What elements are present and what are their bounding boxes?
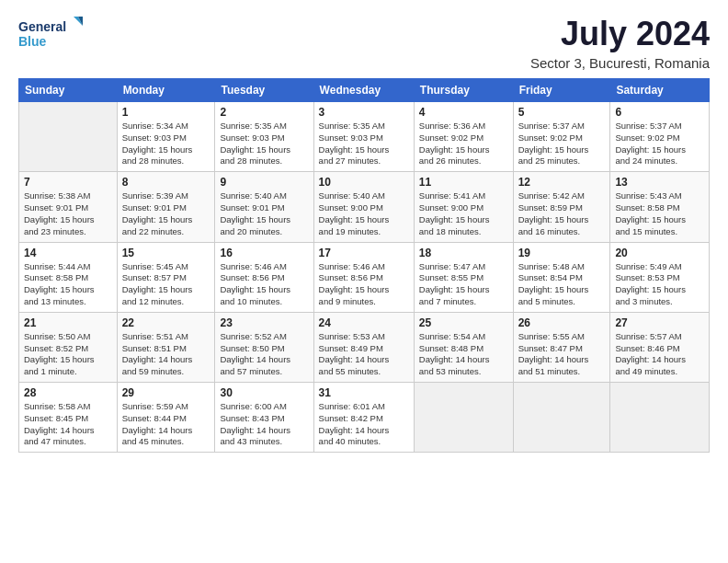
table-row: 11Sunrise: 5:41 AM Sunset: 9:00 PM Dayli… xyxy=(414,172,513,242)
table-row: 22Sunrise: 5:51 AM Sunset: 8:51 PM Dayli… xyxy=(117,312,215,382)
day-number: 12 xyxy=(518,176,606,189)
day-number: 5 xyxy=(518,106,606,119)
day-number: 4 xyxy=(419,106,508,119)
table-row: 19Sunrise: 5:48 AM Sunset: 8:54 PM Dayli… xyxy=(513,242,610,312)
day-info: Sunrise: 5:41 AM Sunset: 9:00 PM Dayligh… xyxy=(419,190,508,237)
table-row xyxy=(513,383,610,453)
day-info: Sunrise: 5:51 AM Sunset: 8:51 PM Dayligh… xyxy=(122,331,210,378)
logo-svg: General Blue xyxy=(18,15,85,55)
col-friday: Friday xyxy=(513,79,610,102)
day-number: 21 xyxy=(24,316,112,329)
day-number: 11 xyxy=(419,176,508,189)
calendar-header-row: Sunday Monday Tuesday Wednesday Thursday… xyxy=(19,79,710,102)
col-sunday: Sunday xyxy=(19,79,118,102)
month-title: July 2024 xyxy=(530,15,710,53)
day-info: Sunrise: 5:37 AM Sunset: 9:02 PM Dayligh… xyxy=(615,121,704,167)
table-row: 16Sunrise: 5:46 AM Sunset: 8:56 PM Dayli… xyxy=(215,242,313,312)
day-number: 18 xyxy=(419,247,508,259)
svg-text:Blue: Blue xyxy=(18,34,47,49)
table-row: 8Sunrise: 5:39 AM Sunset: 9:01 PM Daylig… xyxy=(117,172,215,242)
table-row: 17Sunrise: 5:46 AM Sunset: 8:56 PM Dayli… xyxy=(313,242,414,312)
day-info: Sunrise: 5:53 AM Sunset: 8:49 PM Dayligh… xyxy=(319,331,409,378)
table-row: 18Sunrise: 5:47 AM Sunset: 8:55 PM Dayli… xyxy=(414,242,513,312)
day-number: 31 xyxy=(319,386,409,399)
day-info: Sunrise: 5:46 AM Sunset: 8:56 PM Dayligh… xyxy=(220,261,308,308)
table-row: 26Sunrise: 5:55 AM Sunset: 8:47 PM Dayli… xyxy=(513,312,610,382)
table-row: 20Sunrise: 5:49 AM Sunset: 8:53 PM Dayli… xyxy=(610,242,710,312)
day-info: Sunrise: 5:50 AM Sunset: 8:52 PM Dayligh… xyxy=(24,331,112,378)
calendar-week-row: 7Sunrise: 5:38 AM Sunset: 9:01 PM Daylig… xyxy=(19,172,710,242)
table-row: 24Sunrise: 5:53 AM Sunset: 8:49 PM Dayli… xyxy=(313,312,414,382)
subtitle: Sector 3, Bucuresti, Romania xyxy=(530,55,710,71)
day-number: 24 xyxy=(319,316,409,329)
day-number: 10 xyxy=(319,176,409,189)
day-info: Sunrise: 5:52 AM Sunset: 8:50 PM Dayligh… xyxy=(220,331,308,378)
day-number: 23 xyxy=(220,316,308,329)
table-row: 29Sunrise: 5:59 AM Sunset: 8:44 PM Dayli… xyxy=(117,383,215,453)
table-row: 27Sunrise: 5:57 AM Sunset: 8:46 PM Dayli… xyxy=(610,312,710,382)
day-info: Sunrise: 5:44 AM Sunset: 8:58 PM Dayligh… xyxy=(24,261,112,308)
header: General Blue July 2024 Sector 3, Bucures… xyxy=(18,15,710,71)
table-row: 14Sunrise: 5:44 AM Sunset: 8:58 PM Dayli… xyxy=(19,242,118,312)
calendar-week-row: 1Sunrise: 5:34 AM Sunset: 9:03 PM Daylig… xyxy=(19,102,710,172)
col-thursday: Thursday xyxy=(414,79,513,102)
table-row: 7Sunrise: 5:38 AM Sunset: 9:01 PM Daylig… xyxy=(19,172,118,242)
day-number: 6 xyxy=(615,106,704,119)
table-row: 13Sunrise: 5:43 AM Sunset: 8:58 PM Dayli… xyxy=(610,172,710,242)
table-row: 25Sunrise: 5:54 AM Sunset: 8:48 PM Dayli… xyxy=(414,312,513,382)
table-row: 23Sunrise: 5:52 AM Sunset: 8:50 PM Dayli… xyxy=(215,312,313,382)
day-info: Sunrise: 5:36 AM Sunset: 9:02 PM Dayligh… xyxy=(419,121,508,167)
table-row: 9Sunrise: 5:40 AM Sunset: 9:01 PM Daylig… xyxy=(215,172,313,242)
table-row: 3Sunrise: 5:35 AM Sunset: 9:03 PM Daylig… xyxy=(313,102,414,172)
day-info: Sunrise: 5:58 AM Sunset: 8:45 PM Dayligh… xyxy=(24,401,112,448)
table-row: 1Sunrise: 5:34 AM Sunset: 9:03 PM Daylig… xyxy=(117,102,215,172)
day-number: 22 xyxy=(122,316,210,329)
table-row: 4Sunrise: 5:36 AM Sunset: 9:02 PM Daylig… xyxy=(414,102,513,172)
day-info: Sunrise: 5:40 AM Sunset: 9:00 PM Dayligh… xyxy=(319,190,409,237)
table-row: 6Sunrise: 5:37 AM Sunset: 9:02 PM Daylig… xyxy=(610,102,710,172)
logo: General Blue xyxy=(18,15,85,55)
col-monday: Monday xyxy=(117,79,215,102)
day-info: Sunrise: 6:01 AM Sunset: 8:42 PM Dayligh… xyxy=(319,401,409,448)
day-info: Sunrise: 5:49 AM Sunset: 8:53 PM Dayligh… xyxy=(615,261,704,308)
calendar-week-row: 28Sunrise: 5:58 AM Sunset: 8:45 PM Dayli… xyxy=(19,383,710,453)
day-number: 3 xyxy=(319,106,409,119)
table-row: 2Sunrise: 5:35 AM Sunset: 9:03 PM Daylig… xyxy=(215,102,313,172)
day-number: 15 xyxy=(122,247,210,259)
day-number: 9 xyxy=(220,176,308,189)
day-info: Sunrise: 5:38 AM Sunset: 9:01 PM Dayligh… xyxy=(24,190,112,237)
day-info: Sunrise: 5:47 AM Sunset: 8:55 PM Dayligh… xyxy=(419,261,508,308)
col-tuesday: Tuesday xyxy=(215,79,313,102)
day-info: Sunrise: 5:34 AM Sunset: 9:03 PM Dayligh… xyxy=(122,121,210,167)
calendar-week-row: 14Sunrise: 5:44 AM Sunset: 8:58 PM Dayli… xyxy=(19,242,710,312)
calendar-table: Sunday Monday Tuesday Wednesday Thursday… xyxy=(18,78,710,453)
day-number: 7 xyxy=(24,176,112,189)
day-info: Sunrise: 5:37 AM Sunset: 9:02 PM Dayligh… xyxy=(518,121,606,167)
svg-text:General: General xyxy=(18,19,66,34)
day-number: 1 xyxy=(122,106,210,119)
col-wednesday: Wednesday xyxy=(313,79,414,102)
day-number: 2 xyxy=(220,106,308,119)
day-info: Sunrise: 6:00 AM Sunset: 8:43 PM Dayligh… xyxy=(220,401,308,448)
day-info: Sunrise: 5:59 AM Sunset: 8:44 PM Dayligh… xyxy=(122,401,210,448)
day-info: Sunrise: 5:35 AM Sunset: 9:03 PM Dayligh… xyxy=(319,121,409,167)
day-info: Sunrise: 5:46 AM Sunset: 8:56 PM Dayligh… xyxy=(319,261,409,308)
table-row: 30Sunrise: 6:00 AM Sunset: 8:43 PM Dayli… xyxy=(215,383,313,453)
day-number: 13 xyxy=(615,176,704,189)
table-row: 12Sunrise: 5:42 AM Sunset: 8:59 PM Dayli… xyxy=(513,172,610,242)
table-row: 5Sunrise: 5:37 AM Sunset: 9:02 PM Daylig… xyxy=(513,102,610,172)
day-number: 8 xyxy=(122,176,210,189)
table-row: 28Sunrise: 5:58 AM Sunset: 8:45 PM Dayli… xyxy=(19,383,118,453)
day-number: 19 xyxy=(518,247,606,259)
day-info: Sunrise: 5:55 AM Sunset: 8:47 PM Dayligh… xyxy=(518,331,606,378)
table-row: 15Sunrise: 5:45 AM Sunset: 8:57 PM Dayli… xyxy=(117,242,215,312)
day-number: 26 xyxy=(518,316,606,329)
day-info: Sunrise: 5:35 AM Sunset: 9:03 PM Dayligh… xyxy=(220,121,308,167)
day-number: 16 xyxy=(220,247,308,259)
page: General Blue July 2024 Sector 3, Bucures… xyxy=(0,0,728,563)
day-number: 28 xyxy=(24,386,112,399)
day-info: Sunrise: 5:45 AM Sunset: 8:57 PM Dayligh… xyxy=(122,261,210,308)
day-info: Sunrise: 5:57 AM Sunset: 8:46 PM Dayligh… xyxy=(615,331,704,378)
day-info: Sunrise: 5:42 AM Sunset: 8:59 PM Dayligh… xyxy=(518,190,606,237)
day-info: Sunrise: 5:54 AM Sunset: 8:48 PM Dayligh… xyxy=(419,331,508,378)
